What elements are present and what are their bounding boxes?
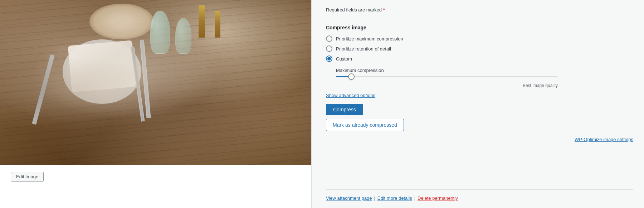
- radio-item-custom[interactable]: Custom: [326, 55, 633, 62]
- slider-container: [336, 76, 558, 81]
- slider-label: Maximum compression: [336, 68, 633, 73]
- footer-links: View attachment page | Edit more details…: [326, 189, 633, 201]
- radio-group: Prioritize maximum compression Prioritiz…: [326, 35, 633, 62]
- edit-more-details-link[interactable]: Edit more details: [377, 195, 412, 201]
- view-attachment-link[interactable]: View attachment page: [326, 195, 372, 201]
- radio-custom-label: Custom: [336, 56, 352, 62]
- bread-decor: [89, 4, 154, 39]
- compress-section-title: Compress image: [326, 25, 633, 30]
- compress-button[interactable]: Compress: [326, 104, 363, 115]
- show-advanced-link[interactable]: Show advanced options: [326, 93, 633, 98]
- edit-image-button[interactable]: Edit Image: [11, 172, 44, 182]
- slider-track: [336, 76, 558, 77]
- slider-max-label: Best image quality: [523, 83, 558, 88]
- candle1-decor: [199, 5, 205, 38]
- right-panel: Required fields are marked * Compress im…: [311, 0, 644, 208]
- required-asterisk: *: [383, 7, 385, 13]
- glass1-decor: [150, 11, 170, 54]
- mark-compressed-button[interactable]: Mark as already compressed: [326, 119, 404, 131]
- spacer: [326, 148, 633, 189]
- slider-section: Maximum compression Best im: [326, 68, 633, 88]
- radio-max-compression[interactable]: [326, 35, 332, 42]
- candle2-decor: [215, 11, 220, 38]
- required-note: Required fields are marked *: [326, 7, 633, 18]
- fork-decor: [32, 54, 54, 125]
- delete-permanently-link[interactable]: Delete permanently: [418, 195, 458, 201]
- footer-separator-2: |: [414, 195, 415, 201]
- radio-max-label: Prioritize maximum compression: [336, 36, 403, 42]
- edit-image-area: Edit Image: [0, 165, 311, 189]
- required-text: Required fields are marked: [326, 7, 382, 13]
- knife-decor: [131, 47, 145, 121]
- image-overlay: [0, 0, 311, 165]
- image-container: [0, 0, 311, 165]
- radio-item-max[interactable]: Prioritize maximum compression: [326, 35, 633, 42]
- compress-buttons: Compress Mark as already compressed: [326, 104, 633, 131]
- radio-detail-label: Prioritize retention of detail: [336, 46, 391, 52]
- slider-endpoints: Best image quality: [336, 83, 558, 88]
- radio-item-detail[interactable]: Prioritize retention of detail: [326, 45, 633, 52]
- spoon-decor: [140, 39, 151, 118]
- plate-decor: [63, 39, 141, 104]
- napkin-decor: [68, 40, 136, 92]
- radio-custom[interactable]: [326, 55, 332, 62]
- radio-retention-detail[interactable]: [326, 45, 332, 52]
- wp-optimize-link[interactable]: WP-Optimize image settings: [326, 137, 633, 142]
- glass2-decor: [175, 18, 191, 54]
- dining-image: [0, 0, 311, 165]
- footer-separator-1: |: [374, 195, 375, 201]
- left-panel: Edit Image: [0, 0, 311, 208]
